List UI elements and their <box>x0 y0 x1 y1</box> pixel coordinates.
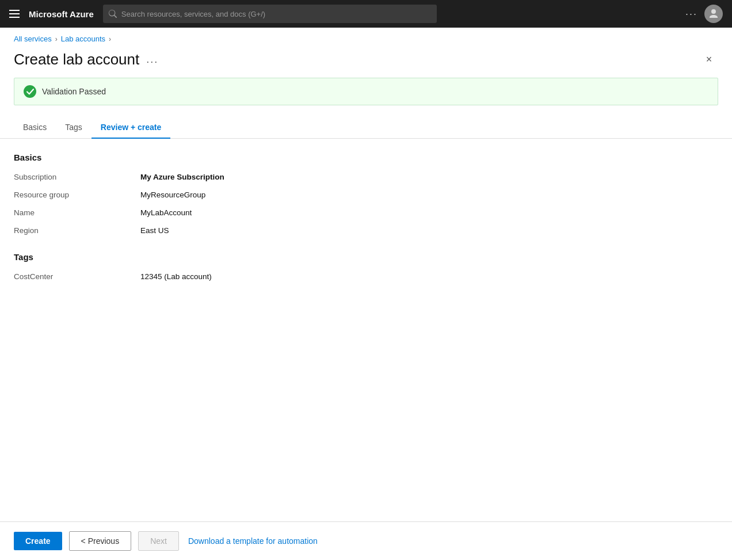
tab-review-create[interactable]: Review + create <box>92 117 170 139</box>
search-input[interactable] <box>121 10 431 18</box>
region-label: Region <box>14 225 140 236</box>
avatar[interactable] <box>704 5 723 23</box>
app-title: Microsoft Azure <box>29 9 94 19</box>
resource-group-value: MyResourceGroup <box>140 189 718 200</box>
validation-text: Validation Passed <box>42 87 106 96</box>
page-header-more-icon[interactable]: ... <box>146 54 158 66</box>
topbar: Microsoft Azure ··· <box>0 0 732 28</box>
basics-section-title: Basics <box>14 153 718 162</box>
user-icon <box>708 8 719 20</box>
breadcrumb-sep-1: › <box>55 35 58 43</box>
page-header: Create lab account ... × <box>0 48 732 78</box>
tabs: Basics Tags Review + create <box>0 117 732 139</box>
basics-details-grid: Subscription My Azure Subscription Resou… <box>14 172 718 236</box>
page-title: Create lab account <box>14 51 139 68</box>
validation-banner: Validation Passed <box>14 78 718 105</box>
tab-basics[interactable]: Basics <box>14 117 56 139</box>
costcenter-label: CostCenter <box>14 271 140 282</box>
subscription-value: My Azure Subscription <box>140 172 718 182</box>
topbar-right: ··· <box>685 5 723 23</box>
name-value: MyLabAccount <box>140 207 718 218</box>
search-bar[interactable] <box>103 5 437 23</box>
subscription-label: Subscription <box>14 172 140 182</box>
breadcrumb-sep-2: › <box>109 35 111 43</box>
validation-passed-icon <box>24 85 36 98</box>
hamburger-menu-icon[interactable] <box>9 10 20 18</box>
breadcrumb: All services › Lab accounts › <box>0 28 732 48</box>
search-icon <box>109 10 117 18</box>
costcenter-value: 12345 (Lab account) <box>140 271 718 282</box>
resource-group-label: Resource group <box>14 189 140 200</box>
main-content: Basics Subscription My Azure Subscriptio… <box>0 153 732 282</box>
tags-details-grid: CostCenter 12345 (Lab account) <box>14 271 718 282</box>
breadcrumb-lab-accounts[interactable]: Lab accounts <box>61 35 105 43</box>
region-value: East US <box>140 225 718 236</box>
tab-tags[interactable]: Tags <box>56 117 92 139</box>
page-header-left: Create lab account ... <box>14 51 158 68</box>
topbar-more-icon[interactable]: ··· <box>685 8 697 20</box>
breadcrumb-all-services[interactable]: All services <box>14 35 52 43</box>
tags-section-title: Tags <box>14 252 718 262</box>
close-button[interactable]: × <box>700 50 718 68</box>
name-label: Name <box>14 207 140 218</box>
